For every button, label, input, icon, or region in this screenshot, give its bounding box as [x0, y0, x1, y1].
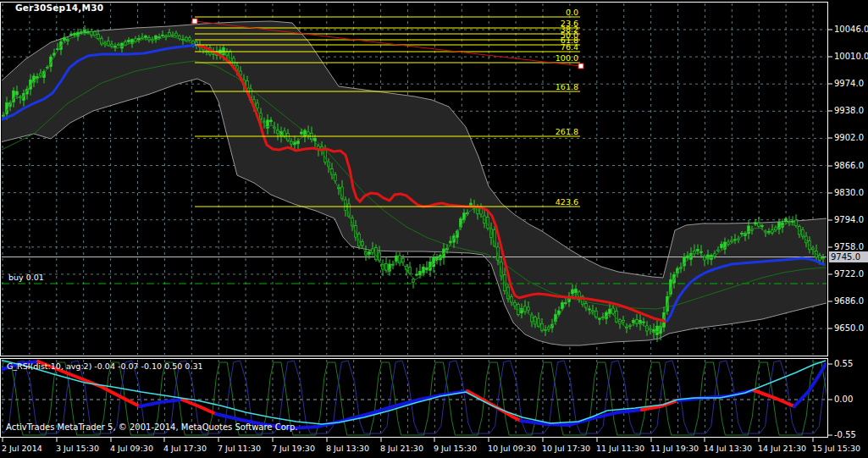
time-tick-label: 7 Jul 19:30 [272, 444, 315, 453]
time-tick-label: 9 Jul 15:30 [434, 444, 477, 453]
indicator-tick-label: 0.00 [834, 395, 853, 404]
time-tick-label: 8 Jul 21:30 [380, 444, 423, 453]
price-tick-label: 9794.0 [834, 215, 864, 225]
price-tick-label: 9686.0 [834, 296, 864, 306]
time-tick-label: 10 Jul 17:30 [542, 444, 590, 453]
time-tick-label: 3 Jul 15:30 [56, 444, 99, 453]
rsi-signal-ribbon [182, 400, 216, 414]
time-tick-label: 11 Jul 11:30 [596, 444, 644, 453]
time-tick-label: 8 Jul 13:30 [326, 444, 369, 453]
price-tick-label: 9830.0 [834, 188, 864, 198]
price-tick-label: 9758.0 [834, 242, 864, 252]
indicator-label: G_RSI(dist:10, avg:2) -0.04 -0.07 -0.10 … [7, 361, 203, 371]
price-tick-label: 10010.0 [834, 52, 868, 62]
price-tick-label: 9974.0 [834, 79, 864, 89]
price-tick-label: 9902.0 [834, 133, 864, 143]
fib-anchor-handle[interactable] [578, 63, 583, 69]
fib-level-label: 423.6 [556, 197, 578, 207]
fib-level-label: 261.8 [556, 127, 578, 136]
rsi-signal-ribbon [140, 400, 182, 406]
price-tick-label: 9866.0 [834, 161, 864, 171]
time-tick-label: 7 Jul 11:30 [218, 444, 261, 453]
indicator-tick-label: 0.55 [834, 359, 853, 368]
fib-level-label: 76.4 [561, 42, 578, 52]
rsi-signal-ribbon [521, 410, 642, 425]
time-tick-label: 14 Jul 21:30 [758, 444, 806, 453]
position-label[interactable]: buy 0.01 [8, 273, 44, 282]
current-price-badge: 9745.0 [829, 251, 868, 262]
time-tick-label: 4 Jul 17:30 [163, 444, 207, 453]
fib-anchor-handle[interactable] [192, 19, 197, 24]
time-tick-label: 14 Jul 13:30 [704, 444, 752, 453]
price-tick-label: 9722.0 [834, 269, 864, 279]
time-tick-label: 2 Jul 2014 [2, 444, 42, 453]
mt5-chart-window: 0.023.638.250.061.876.4100.0161.8261.842… [0, 0, 868, 458]
indicator-tick-label: -0.55 [834, 430, 856, 439]
chart-canvas[interactable]: 0.023.638.250.061.876.4100.0161.8261.842… [0, 0, 868, 458]
time-tick-label: 4 Jul 09:30 [110, 444, 153, 453]
copyright-label: ActivTrades MetaTrader 5, © 2001-2014, M… [6, 422, 297, 432]
fib-level-label: 100.0 [556, 53, 578, 63]
price-tick-label: 9938.0 [834, 106, 864, 116]
time-tick-label: 10 Jul 09:30 [488, 444, 536, 453]
time-tick-label: 11 Jul 19:30 [650, 444, 699, 453]
price-tick-label: 10046.0 [834, 25, 868, 35]
price-tick-label: 9650.0 [834, 323, 864, 334]
time-tick-label: 15 Jul 15:30 [812, 444, 860, 453]
fib-level-label: 161.8 [556, 82, 578, 91]
symbol-timeframe-label: Ger30Sep14,M30 [15, 3, 103, 13]
fib-level-label: 0.0 [566, 8, 578, 17]
main-plot[interactable] [0, 21, 827, 345]
